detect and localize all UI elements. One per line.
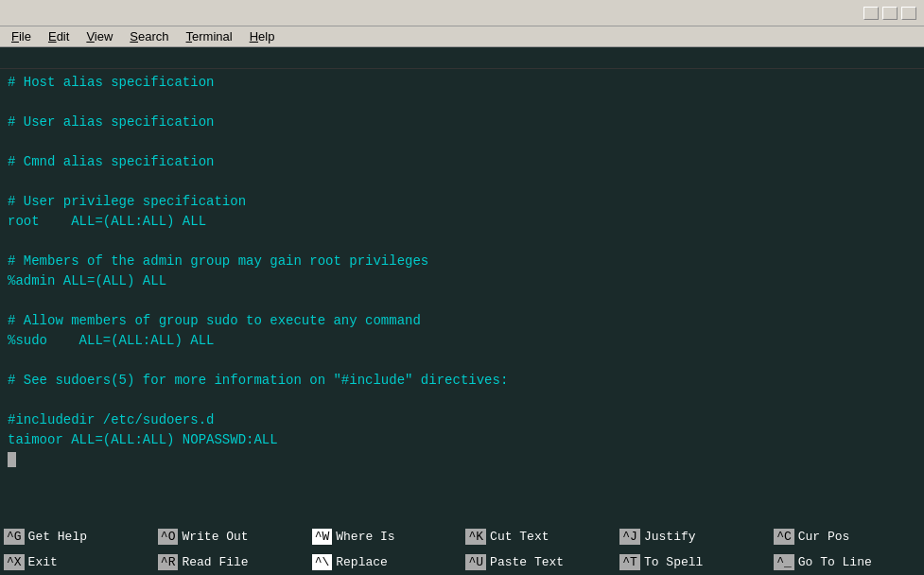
editor-line: # Allow members of group sudo to execute… — [8, 311, 916, 331]
menu-edit[interactable]: Edit — [41, 27, 77, 45]
shortcut-item[interactable]: ^RRead File — [154, 554, 308, 570]
shortcut-key: ^O — [158, 529, 179, 545]
shortcut-desc: Exit — [28, 555, 58, 569]
shortcut-item[interactable]: ^WWhere Is — [308, 529, 462, 545]
shortcut-desc: Get Help — [28, 530, 87, 544]
editor-line — [8, 232, 916, 252]
title-bar-buttons — [863, 7, 916, 20]
shortcut-row-1: ^GGet Help^OWrite Out^WWhere Is^KCut Tex… — [0, 524, 924, 549]
shortcut-desc: Write Out — [182, 530, 248, 544]
shortcut-item[interactable]: ^JJustify — [616, 529, 770, 545]
menu-search[interactable]: Search — [122, 27, 176, 45]
menu-file[interactable]: File — [4, 27, 39, 45]
shortcut-desc: Where Is — [336, 530, 394, 544]
cursor-line — [8, 450, 916, 470]
shortcut-key: ^\ — [312, 554, 333, 570]
shortcut-desc: Cur Pos — [798, 530, 850, 544]
menu-terminal[interactable]: Terminal — [179, 27, 240, 45]
shortcut-key: ^U — [465, 554, 486, 570]
shortcut-item[interactable]: ^KCut Text — [462, 529, 616, 545]
title-bar — [0, 0, 924, 26]
editor-line — [8, 291, 916, 311]
editor-line — [8, 93, 916, 113]
editor-content[interactable]: # Host alias specification # User alias … — [0, 69, 924, 524]
shortcut-key: ^_ — [774, 554, 794, 570]
editor-line — [8, 172, 916, 192]
shortcut-bar: ^GGet Help^OWrite Out^WWhere Is^KCut Tex… — [0, 524, 924, 575]
editor-line: %sudo ALL=(ALL:ALL) ALL — [8, 331, 916, 351]
shortcut-key: ^C — [774, 529, 794, 545]
shortcut-desc: Justify — [644, 530, 696, 544]
shortcut-key: ^G — [4, 529, 25, 545]
shortcut-item[interactable]: ^CCur Pos — [770, 529, 924, 545]
editor-line: #includedir /etc/sudoers.d — [8, 410, 916, 430]
shortcut-key: ^K — [465, 529, 486, 545]
close-button[interactable] — [901, 7, 916, 20]
editor-line: # See sudoers(5) for more information on… — [8, 371, 916, 391]
editor-line: # Members of the admin group may gain ro… — [8, 252, 916, 271]
menu-view[interactable]: View — [78, 27, 120, 45]
shortcut-item[interactable]: ^_Go To Line — [770, 554, 924, 570]
editor-line — [8, 391, 916, 410]
cursor — [8, 452, 16, 467]
shortcut-key: ^W — [312, 529, 333, 545]
shortcut-item[interactable]: ^UPaste Text — [462, 554, 616, 570]
shortcut-item[interactable]: ^XExit — [0, 554, 154, 570]
shortcut-item[interactable]: ^OWrite Out — [154, 529, 308, 545]
editor-container: # Host alias specification # User alias … — [0, 47, 924, 575]
shortcut-desc: Cut Text — [490, 530, 549, 544]
nano-header — [0, 47, 924, 69]
shortcut-item[interactable]: ^GGet Help — [0, 529, 154, 545]
shortcut-desc: Replace — [336, 555, 388, 569]
editor-line: taimoor ALL=(ALL:ALL) NOPASSWD:ALL — [8, 430, 916, 450]
shortcut-key: ^X — [4, 554, 25, 570]
editor-line — [8, 132, 916, 152]
shortcut-key: ^R — [158, 554, 179, 570]
restore-button[interactable] — [882, 7, 898, 20]
shortcut-desc: Read File — [182, 555, 248, 569]
shortcut-item[interactable]: ^TTo Spell — [616, 554, 770, 570]
editor-line: # User privilege specification — [8, 192, 916, 212]
shortcut-row-2: ^XExit^RRead File^\Replace^UPaste Text^T… — [0, 549, 924, 575]
shortcut-key: ^T — [619, 554, 640, 570]
editor-line: # User alias specification — [8, 113, 916, 132]
editor-line: root ALL=(ALL:ALL) ALL — [8, 212, 916, 232]
minimize-button[interactable] — [863, 7, 879, 20]
shortcut-desc: Go To Line — [798, 555, 872, 569]
shortcut-item[interactable]: ^\Replace — [308, 554, 462, 570]
editor-line: %admin ALL=(ALL) ALL — [8, 271, 916, 291]
menu-bar: File Edit View Search Terminal Help — [0, 26, 924, 47]
menu-help[interactable]: Help — [242, 27, 283, 45]
nano-header-right — [909, 50, 916, 65]
editor-line: # Cmnd alias specification — [8, 152, 916, 172]
shortcut-desc: To Spell — [644, 555, 703, 569]
shortcut-key: ^J — [619, 529, 640, 545]
editor-line: # Host alias specification — [8, 73, 916, 93]
editor-line — [8, 351, 916, 371]
shortcut-desc: Paste Text — [490, 555, 564, 569]
